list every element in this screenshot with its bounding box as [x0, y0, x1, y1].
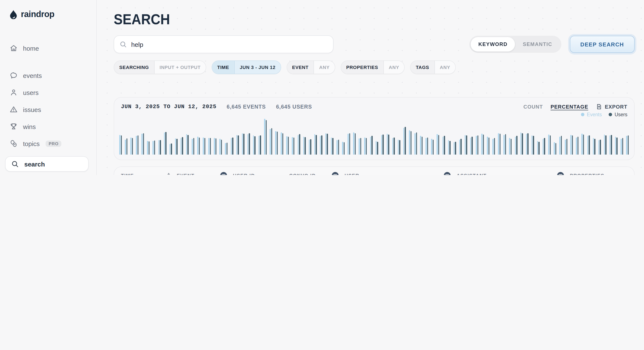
sort-icon[interactable]	[166, 172, 171, 175]
keyword-toggle[interactable]: KEYWORD	[471, 37, 515, 52]
events-bar	[492, 139, 494, 154]
events-bar	[610, 136, 610, 154]
events-bar	[448, 140, 449, 154]
filter-tags[interactable]: TAGS ANY	[410, 60, 456, 74]
users-bar	[372, 136, 372, 154]
histogram	[119, 119, 629, 154]
filter-time[interactable]: TIME JUN 3 - JUN 12	[212, 60, 281, 74]
column-header-properties[interactable]: PROPERTIES	[570, 172, 628, 175]
bar-pair	[465, 119, 467, 154]
bar-pair	[275, 119, 278, 154]
users-bar	[304, 137, 306, 154]
events-bar	[515, 137, 516, 154]
users-bar	[399, 140, 400, 154]
users-bar	[438, 135, 439, 154]
users-bar	[282, 133, 284, 154]
bar-pair	[615, 119, 618, 154]
bar-pair	[220, 119, 222, 154]
home-icon	[9, 44, 18, 52]
filter-event[interactable]: EVENT ANY	[286, 60, 335, 74]
sidebar-item-users[interactable]: users	[9, 87, 90, 98]
bar-pair	[414, 119, 417, 154]
export-icon	[596, 104, 602, 110]
users-bar	[288, 137, 289, 154]
users-bar	[377, 142, 378, 154]
sidebar-item-home[interactable]: home	[9, 43, 90, 53]
events-bar	[208, 138, 210, 154]
filter-icon[interactable]	[444, 172, 451, 175]
bar-pair	[565, 119, 568, 154]
date-range-label: JUN 3, 2025 TO JUN 12, 2025	[121, 104, 216, 110]
masks-icon	[9, 139, 18, 148]
events-bar	[192, 139, 193, 154]
users-bar	[566, 139, 568, 154]
events-bar	[298, 135, 298, 154]
sidebar-item-issues[interactable]: issues	[9, 104, 90, 114]
app-window: raindrop home events users issues	[0, 0, 644, 175]
users-bar	[494, 138, 495, 154]
bar-pair	[253, 119, 256, 154]
percentage-toggle[interactable]: PERCENTAGE	[550, 104, 588, 110]
events-bar	[476, 136, 477, 154]
events-bar	[403, 128, 404, 154]
column-header-convo-id[interactable]: CONVO ID	[289, 172, 344, 175]
filter-icon[interactable]	[557, 172, 564, 175]
bar-pair	[142, 119, 144, 154]
filter-icon[interactable]	[220, 172, 227, 175]
deep-search-button[interactable]: DEEP SEARCH	[570, 36, 635, 53]
events-dot	[581, 113, 584, 116]
bar-pair	[136, 119, 138, 154]
column-header-assistant[interactable]: ASSISTANT	[456, 172, 570, 175]
column-header-user[interactable]: USER	[344, 172, 456, 175]
column-header-time[interactable]: TIME	[121, 172, 177, 175]
events-bar	[537, 141, 538, 154]
events-bar	[264, 119, 265, 154]
events-bar	[331, 137, 332, 154]
users-bar	[204, 138, 205, 154]
filter-searching[interactable]: SEARCHING INPUT + OUTPUT	[114, 60, 206, 74]
users-bar	[561, 136, 562, 154]
events-bar	[353, 132, 354, 154]
column-header-user-id[interactable]: USER ID	[233, 172, 289, 175]
events-bar	[620, 139, 622, 154]
users-bar	[299, 134, 300, 154]
bar-pair	[442, 119, 445, 154]
bar-pair	[576, 119, 578, 154]
users-bar	[628, 135, 629, 154]
sidebar-item-search[interactable]: search	[5, 156, 88, 172]
users-bar	[271, 128, 272, 154]
sidebar-item-topics[interactable]: topics PRO	[9, 138, 90, 148]
search-icon	[11, 160, 19, 168]
events-bar	[465, 135, 466, 154]
users-bar	[165, 132, 166, 154]
users-bar	[154, 141, 155, 155]
events-bar	[125, 140, 126, 154]
filter-properties[interactable]: PROPERTIES ANY	[341, 60, 405, 74]
count-toggle[interactable]: COUNT	[524, 104, 543, 110]
users-bar	[477, 135, 478, 154]
bar-pair	[403, 119, 406, 154]
events-bar	[136, 136, 137, 154]
search-input[interactable]	[130, 40, 328, 48]
events-bar	[326, 133, 326, 154]
column-header-event[interactable]: EVENT	[177, 172, 233, 175]
bar-pair	[242, 119, 244, 154]
users-bar	[583, 134, 584, 154]
users-bar	[433, 140, 434, 154]
sidebar-item-wins[interactable]: wins	[9, 121, 90, 132]
bar-pair	[286, 119, 289, 154]
brand-logo[interactable]: raindrop	[9, 9, 90, 19]
users-bar	[382, 134, 384, 154]
events-bar	[532, 135, 532, 154]
export-button[interactable]: EXPORT	[596, 104, 628, 110]
bar-pair	[264, 119, 267, 154]
filter-icon[interactable]	[332, 172, 338, 175]
users-bar	[544, 138, 545, 154]
semantic-toggle[interactable]: SEMANTIC	[515, 37, 560, 52]
events-bar	[164, 132, 165, 154]
bar-pair	[492, 119, 495, 154]
bar-pair	[398, 119, 400, 154]
sidebar-item-events[interactable]: events	[9, 70, 90, 80]
events-bar	[414, 133, 416, 154]
user-icon	[9, 88, 18, 97]
